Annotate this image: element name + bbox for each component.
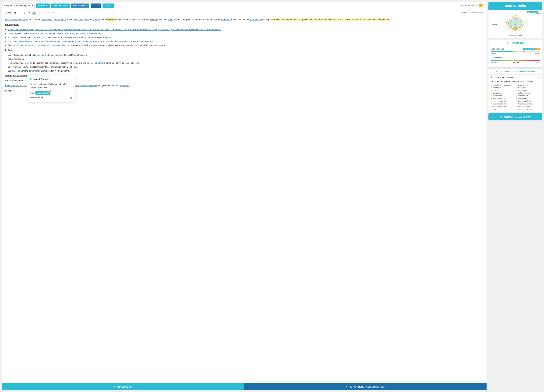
plus-icon-7: + <box>491 100 492 102</box>
link-schwerpunkt[interactable]: Schwerpunkt <box>11 36 23 39</box>
radar-badge: Data Scientist <box>527 11 538 13</box>
plus-icon-8: + <box>491 103 492 105</box>
plus-icon-6: + <box>491 97 492 99</box>
slider-left-label: formell <box>491 53 496 54</box>
profiling-button[interactable]: Profiling <box>102 4 114 8</box>
link-beruf[interactable]: Beruf <box>27 62 32 64</box>
plus-icon-r10: + <box>516 108 517 110</box>
underline-unsere: Unsere <box>150 18 157 21</box>
link-raum[interactable]: Raum <box>93 18 99 21</box>
link-bei[interactable]: bei <box>87 62 89 64</box>
link-li4[interactable]: Zum Zweck eines besseren Daten- und Proz… <box>8 40 154 42</box>
plus-icon-5: + <box>491 95 492 97</box>
gender-right: Feminin <box>534 61 540 63</box>
section-aufgaben: Ihre Aufgaben: <box>5 23 484 26</box>
slider-ends: formell informell <box>491 53 540 54</box>
remove-highlights-button[interactable]: ✕ HERVORHEBUNGEN ENTFERNEN <box>244 383 486 390</box>
ordered-list-button[interactable]: ≡ <box>27 11 31 15</box>
textgenre-select[interactable]: Stellenangebot <box>14 3 35 8</box>
profil-item-1: Sie verfügen üb... bereich mit quantitat… <box>8 53 484 57</box>
link-entwicklung[interactable]: Entwicklung <box>31 36 42 39</box>
gender-left: Maskulin <box>491 61 497 63</box>
gender-thumb[interactable] <box>513 59 515 61</box>
chip-badge: +3 <box>48 90 51 93</box>
manage-texts-button[interactable]: Texte verwalten <box>51 4 70 8</box>
link-zielgerichtete[interactable]: zielgerichtete Kommunikation <box>42 44 69 46</box>
toolbar-top: Textgenre Stellenangebot ▼ Speichern Tex… <box>2 2 486 10</box>
plus-icon-r8: + <box>516 103 517 105</box>
word-item-2: +überlegtes <box>491 86 514 89</box>
popup-dot-icon <box>30 78 31 80</box>
underline-button[interactable]: U <box>23 11 27 15</box>
formalitaet-badges: Data Scientist Du <box>523 48 540 50</box>
link-bewerbung[interactable]: Bewerbung <box>95 62 105 64</box>
link-dynamischen[interactable]: dynamischen <box>41 18 53 21</box>
switch-profile-button[interactable]: Profil wechseln <box>71 4 89 8</box>
badge-data-scientist: Data Scientist <box>523 48 535 50</box>
left-panel: Textgenre Stellenangebot ▼ Speichern Tex… <box>2 2 487 390</box>
gender-track[interactable] <box>491 60 540 61</box>
outdent-button[interactable]: ⇤ <box>42 11 46 15</box>
plus-icon-r4: + <box>516 92 517 94</box>
analyze-button[interactable]: ✓ ANALYSIEREN <box>2 383 244 390</box>
profile-title: Data Scientist <box>505 4 526 7</box>
indent-button[interactable]: ⇥ <box>37 11 41 15</box>
link-deutsche[interactable]: deutsche <box>12 70 20 72</box>
komm-close-button[interactable]: × <box>538 76 540 79</box>
svg-point-8 <box>515 23 516 25</box>
profile-card-header: Data Scientist <box>488 2 542 10</box>
link-entwickeln[interactable]: entwickeln wir uns weiter. <box>5 18 28 21</box>
popup-chip[interactable]: zielgerichtete +3 <box>35 91 51 95</box>
link-li1[interactable]: In dieser Position setzen Sie, zusammen … <box>8 28 221 31</box>
highlight-arbeiten: Wir arbeiten miteinander, denn nur gemei… <box>270 18 390 21</box>
kommunikation-card: KOMMUNIKATION VERBESSERN Fördern Sie Div… <box>488 69 542 112</box>
formalitaet-label-row: Formalitätsgrad Data Scientist Du <box>491 48 540 50</box>
editor-area[interactable]: entwickeln wir uns weiter. Als ob einem … <box>2 16 486 383</box>
link-enge[interactable]: enge Zusammenarbeit <box>12 44 33 46</box>
link-quantitativem[interactable]: quantitativem Bezug <box>35 54 54 56</box>
underline-equal: equal <box>5 89 10 92</box>
info-card[interactable]: INFORMATION ZUM TYP <box>488 113 542 121</box>
slider-thumb-blue[interactable] <box>513 50 515 53</box>
unordered-list-button[interactable]: ☰ <box>32 11 36 15</box>
remove-highlights-icon: ✕ <box>346 386 348 388</box>
formalitaet-track[interactable] <box>491 51 540 52</box>
remove-highlights-label: HERVORHEBUNGEN ENTFERNEN <box>349 386 385 388</box>
textgenre-label: Textgenre <box>4 5 13 7</box>
link-li2[interactable]: Dabei begleiten Sie die Projekte in ihre… <box>8 32 101 35</box>
word-item-r10: +verständnisvollen <box>516 108 540 110</box>
profil-item-2: Außerdem bring... <box>8 58 484 61</box>
popup-close-button[interactable]: × <box>71 78 72 81</box>
word-item-r6: +Vornehmen <box>516 97 540 99</box>
textgenre-select-wrapper[interactable]: Stellenangebot ▼ <box>14 3 35 8</box>
impact-popup: Impact Feature × Erziele eine bessere Wi… <box>27 75 75 102</box>
list-item-1: In dieser Position setzen Sie, zusammen … <box>8 28 484 31</box>
slider-thumb-orange[interactable] <box>523 50 525 53</box>
assistant-toggle: Assistent ausblenden <box>460 4 484 7</box>
word-item-9: +leidenschaftliches <box>491 105 514 108</box>
komm-tip: Fördern Sie Diversität. <box>494 76 514 79</box>
popup-trash-icon[interactable]: 🗑 <box>70 96 73 100</box>
bold-button[interactable]: B <box>13 11 17 15</box>
formalitaet-label: Formalitätsgrad <box>491 48 504 50</box>
undo-button[interactable]: ↶ <box>47 11 51 15</box>
link-markt[interactable]: Markt <box>83 18 89 21</box>
section-profil: Ihr Profil: <box>5 49 484 52</box>
info-card-header[interactable]: INFORMATION ZUM TYP <box>488 113 542 120</box>
style-select[interactable]: Normal <box>4 11 12 14</box>
redo-button[interactable]: ↷ <box>51 11 55 15</box>
json-button[interactable]: .JSON <box>91 4 101 8</box>
save-button[interactable]: Speichern <box>36 4 50 8</box>
link-flexibilitaet[interactable]: Flexibilität <box>120 84 130 87</box>
word-item-r4: +aufmerksames <box>516 92 540 94</box>
kommunikation-header: KOMMUNIKATION VERBESSERN <box>488 69 542 75</box>
link-beherrschen[interactable]: beherrschen <box>29 70 40 72</box>
italic-button[interactable]: I <box>18 11 22 15</box>
link-standorte[interactable]: Standorte <box>221 18 230 21</box>
toggle-switch[interactable] <box>479 4 484 7</box>
link-karrierelevel[interactable]: Karrierelevel <box>250 18 262 21</box>
link-kultur[interactable]: Kultur <box>168 18 173 21</box>
link-unternehmen[interactable]: Unternehmen <box>54 18 66 21</box>
link-digitalen[interactable]: digitalen <box>75 18 83 21</box>
kommunikation-body: Fördern Sie Diversität. × Benutzen Sie f… <box>488 75 542 112</box>
